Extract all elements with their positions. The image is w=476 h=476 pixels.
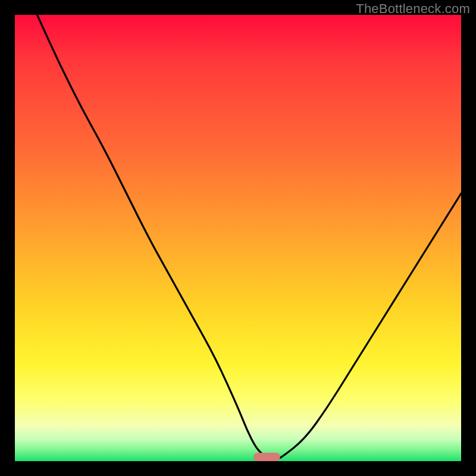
plot-area <box>15 15 461 461</box>
bottleneck-curve <box>15 15 461 461</box>
chart-frame: TheBottleneck.com <box>0 0 476 476</box>
optimal-region-marker <box>253 453 280 461</box>
